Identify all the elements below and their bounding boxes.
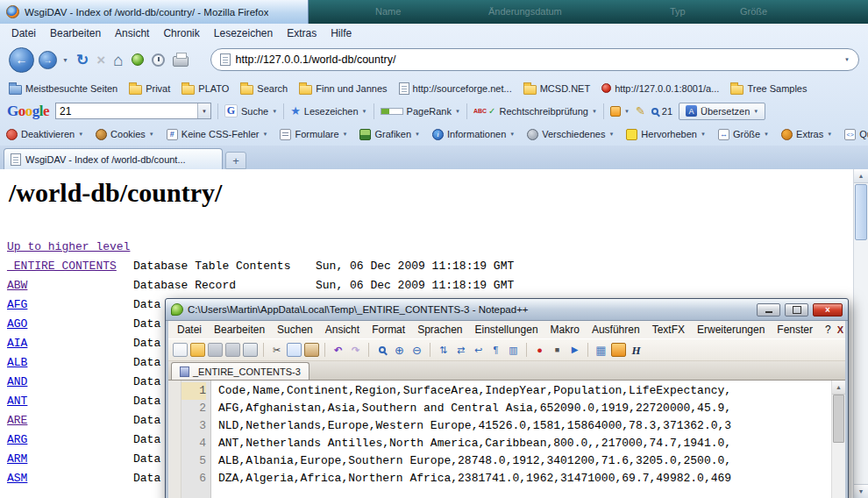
entry-link[interactable]: AGO bbox=[7, 317, 27, 331]
scroll-thumb[interactable] bbox=[855, 184, 867, 240]
entry-link[interactable]: ANT bbox=[7, 395, 27, 408]
menu-extras[interactable]: Extras bbox=[280, 25, 324, 41]
print-icon[interactable] bbox=[243, 343, 258, 357]
minimize-button[interactable] bbox=[757, 303, 780, 317]
entry-link[interactable]: AND bbox=[7, 375, 27, 388]
spellcheck-button[interactable]: ABC✓Rechtschreibprüfung▼ bbox=[473, 106, 597, 117]
history-clock-icon[interactable] bbox=[152, 53, 165, 67]
scroll-down-icon[interactable]: ▼ bbox=[854, 484, 868, 498]
print-icon[interactable] bbox=[173, 56, 189, 67]
translate-button[interactable]: AÜbersetzen▼ bbox=[679, 103, 765, 120]
npp-menu-erweiterungen[interactable]: Erweiterungen bbox=[691, 323, 771, 337]
close-button[interactable] bbox=[813, 303, 843, 317]
zoom-out-icon[interactable] bbox=[409, 343, 424, 357]
play-macro-icon[interactable] bbox=[567, 343, 582, 357]
bookmark-margin[interactable] bbox=[168, 381, 181, 498]
webdev-miscellaneous[interactable]: Verschiedenes▼ bbox=[527, 129, 614, 140]
zoom-in-icon[interactable] bbox=[392, 343, 407, 357]
location-bar[interactable]: ▼ bbox=[210, 48, 859, 71]
npp-menu-datei[interactable]: Datei bbox=[171, 323, 208, 337]
greasemonkey-icon[interactable] bbox=[132, 53, 144, 66]
url-input[interactable] bbox=[236, 53, 839, 66]
npp-menu-makro[interactable]: Makro bbox=[544, 323, 586, 337]
entry-link[interactable]: ALB bbox=[7, 356, 27, 369]
webdev-disable[interactable]: Deaktivieren▼ bbox=[6, 129, 83, 140]
scroll-up-icon[interactable]: ▲ bbox=[854, 169, 868, 183]
notepad-titlebar[interactable]: C:\Users\Martin\AppData\Local\Temp\_ENTI… bbox=[166, 299, 848, 321]
stop-macro-icon[interactable] bbox=[550, 343, 565, 357]
bookmark-folder[interactable]: Privat bbox=[129, 82, 170, 95]
up-link[interactable]: Up to higher level bbox=[7, 240, 130, 253]
entry-link[interactable]: ABW bbox=[7, 279, 27, 292]
webdev-css[interactable]: Keine CSS-Fehler▼ bbox=[167, 129, 268, 140]
redo-icon[interactable] bbox=[348, 343, 363, 357]
bookmark-folder[interactable]: PLATO bbox=[181, 82, 229, 95]
npp-menu-ansicht[interactable]: Ansicht bbox=[319, 323, 366, 337]
code-area[interactable]: Code,Name,Continent,Region,SurfaceArea,I… bbox=[211, 381, 831, 498]
menu-bearbeiten[interactable]: Bearbeiten bbox=[43, 25, 108, 41]
npp-menu-help[interactable]: ? bbox=[819, 323, 837, 337]
pagerank-widget[interactable]: PageRank▼ bbox=[381, 106, 460, 117]
webdev-information[interactable]: Informationen▼ bbox=[432, 129, 515, 140]
menu-lesezeichen[interactable]: Lesezeichen bbox=[207, 25, 280, 41]
scroll-thumb[interactable] bbox=[833, 395, 844, 443]
npp-menu-bearbeiten[interactable]: Bearbeiten bbox=[208, 323, 271, 337]
tab-wsgidav[interactable]: WsgiDAV - Index of /world-db/count... bbox=[4, 148, 223, 169]
menu-hilfe[interactable]: Hilfe bbox=[324, 25, 359, 41]
word-find-button[interactable]: 21 bbox=[651, 106, 672, 117]
sync-scroll-vertical-icon[interactable] bbox=[436, 343, 451, 357]
entry-link[interactable]: AFG bbox=[7, 298, 27, 311]
forward-button[interactable]: → bbox=[39, 51, 57, 69]
bookmark-folder[interactable]: Finn und Jannes bbox=[299, 82, 387, 95]
location-dropdown-icon[interactable]: ▼ bbox=[844, 57, 850, 62]
npp-menu-textfx[interactable]: TextFX bbox=[646, 323, 691, 337]
new-tab-button[interactable] bbox=[225, 152, 246, 169]
new-file-icon[interactable] bbox=[173, 343, 188, 357]
sync-scroll-horizontal-icon[interactable] bbox=[453, 343, 468, 357]
firefox-titlebar[interactable]: WsgiDAV - Index of /world-db/country/ - … bbox=[0, 0, 309, 24]
webdev-tools[interactable]: Extras▼ bbox=[781, 129, 832, 140]
npp-menu-format[interactable]: Format bbox=[366, 323, 411, 337]
record-macro-icon[interactable] bbox=[532, 343, 547, 357]
scroll-up-icon[interactable]: ▲ bbox=[832, 381, 845, 395]
indent-guide-icon[interactable] bbox=[506, 343, 521, 357]
npp-menu-suchen[interactable]: Suchen bbox=[271, 323, 319, 337]
history-dropdown-icon[interactable]: ▼ bbox=[62, 57, 68, 63]
webdev-viewsource[interactable]: Quellte bbox=[844, 129, 868, 140]
npp-menu-fenster[interactable]: Fenster bbox=[771, 323, 819, 337]
save-icon[interactable] bbox=[208, 343, 223, 357]
search-history-dropdown-icon[interactable]: ▼ bbox=[197, 103, 210, 118]
bookmark-most-visited[interactable]: Meistbesuchte Seiten bbox=[9, 82, 117, 95]
autofill-button[interactable]: ▼ bbox=[610, 106, 630, 117]
bookmark-link[interactable]: http://sourceforge.net... bbox=[399, 82, 512, 95]
copy-icon[interactable] bbox=[287, 343, 302, 357]
highlighter-button[interactable]: ✎ bbox=[636, 105, 645, 117]
editor[interactable]: 1 2 3 4 5 6 Code,Name,Continent,Region,S… bbox=[168, 381, 845, 498]
webdev-cookies[interactable]: Cookies▼ bbox=[96, 129, 154, 140]
stop-icon[interactable]: × bbox=[96, 53, 105, 68]
document-tab[interactable]: _ENTIRE_CONTENTS-3 bbox=[171, 362, 309, 380]
bookmark-folder[interactable]: MCSD.NET bbox=[523, 82, 590, 95]
npp-menu-ausfuehren[interactable]: Ausführen bbox=[586, 323, 646, 337]
npp-menu-sprachen[interactable]: Sprachen bbox=[411, 323, 468, 337]
bookmark-link[interactable]: http://127.0.0.1:8001/a... bbox=[601, 83, 719, 94]
entry-link[interactable]: ARM bbox=[7, 452, 27, 466]
undo-icon[interactable] bbox=[331, 343, 345, 357]
back-button[interactable]: ← bbox=[9, 47, 34, 73]
google-search-input[interactable] bbox=[56, 105, 197, 117]
menu-chronik[interactable]: Chronik bbox=[156, 25, 206, 41]
home-icon[interactable]: ⌂ bbox=[113, 52, 123, 68]
reload-icon[interactable]: ↻ bbox=[76, 53, 89, 68]
bookmark-folder[interactable]: Tree Samples bbox=[730, 82, 807, 95]
cut-icon[interactable] bbox=[269, 343, 284, 357]
document-map-icon[interactable] bbox=[594, 343, 608, 357]
webdev-images[interactable]: Grafiken▼ bbox=[359, 129, 420, 140]
show-all-characters-icon[interactable] bbox=[488, 343, 503, 357]
save-all-icon[interactable] bbox=[225, 343, 240, 357]
google-search-box[interactable]: ▼ bbox=[55, 103, 211, 119]
page-scrollbar[interactable]: ▲ ▼ bbox=[853, 169, 868, 498]
menu-datei[interactable]: Datei bbox=[4, 25, 43, 41]
google-search-button[interactable]: GSuche▼ bbox=[224, 104, 277, 117]
entry-link[interactable]: _ENTIRE_CONTENTS bbox=[7, 260, 117, 273]
npp-menu-einstellungen[interactable]: Einstellungen bbox=[469, 323, 544, 337]
